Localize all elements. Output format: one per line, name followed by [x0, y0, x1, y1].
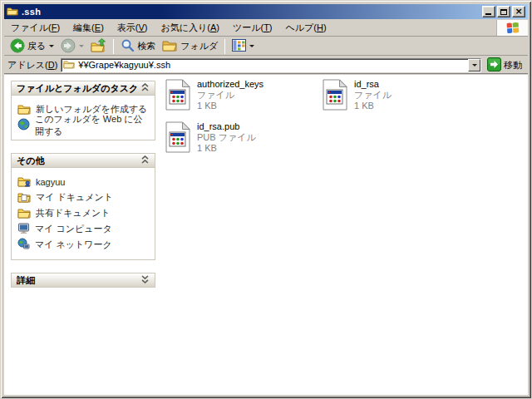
file-type: PUB ファイル — [197, 132, 256, 143]
file-tile[interactable]: id_rsa.pub PUB ファイル 1 KB — [164, 120, 321, 161]
chevron-up-icon — [140, 155, 150, 165]
toolbar: 戻る — [4, 37, 528, 56]
folders-button[interactable]: フォルダ — [160, 38, 220, 55]
address-input[interactable]: ¥¥Grape¥kagyuu¥.ssh — [61, 58, 481, 72]
panel-header-other-places[interactable]: その他 — [11, 153, 155, 168]
sidebar-item-label: このフォルダを Web に公開する — [35, 113, 151, 138]
views-icon — [232, 39, 246, 53]
sidebar-item-共有ドキュメント[interactable]: 共有ドキュメント — [17, 205, 151, 221]
explorer-window: .ssh × ファイル(F)編集(E)表示(V)お気に入り(A)ツール(T)ヘル… — [0, 0, 532, 399]
panel-title: ファイルとフォルダのタスク — [17, 82, 138, 95]
sidebar-item-label: マイ コンピュータ — [35, 223, 112, 235]
menu-item-0[interactable]: ファイル(F) — [4, 21, 66, 34]
sidebar-item-マイ コンピュータ[interactable]: マイ コンピュータ — [17, 221, 151, 237]
sidebar-item-このフォルダを Web に公開する[interactable]: このフォルダを Web に公開する — [17, 117, 151, 133]
my-documents-icon — [17, 191, 31, 204]
folders-icon — [162, 39, 178, 54]
close-button[interactable]: × — [512, 6, 525, 17]
file-name: id_rsa.pub — [197, 121, 256, 132]
file-size: 1 KB — [197, 143, 256, 154]
my-network-icon — [17, 238, 30, 252]
sidebar-item-マイ ネットワーク[interactable]: マイ ネットワーク — [17, 237, 151, 253]
address-folder-icon — [63, 59, 75, 71]
panel-body-other-places: kagyuuマイ ドキュメント共有ドキュメントマイ コンピュータマイ ネットワー… — [11, 168, 155, 260]
panel-header-details[interactable]: 詳細 — [11, 273, 155, 288]
panel-header-file-folder-tasks[interactable]: ファイルとフォルダのタスク — [11, 81, 155, 96]
search-icon — [121, 38, 135, 54]
go-label: 移動 — [504, 59, 522, 71]
sidebar-item-label: マイ ネットワーク — [35, 239, 112, 251]
address-value: ¥¥Grape¥kagyuu¥.ssh — [78, 60, 468, 70]
panel-title: 詳細 — [17, 274, 35, 287]
windows-logo-icon — [496, 20, 528, 36]
go-button[interactable]: 移動 — [485, 57, 525, 73]
views-button[interactable] — [229, 38, 257, 55]
up-button[interactable] — [88, 38, 109, 55]
file-name: id_rsa — [354, 79, 392, 90]
panel-other-places: その他 kagyuuマイ ドキュメント共有ドキュメントマイ コンピュータマイ ネ… — [11, 153, 155, 260]
folder-icon — [7, 6, 18, 17]
menu-items: ファイル(F)編集(E)表示(V)お気に入り(A)ツール(T)ヘルプ(H) — [4, 22, 333, 34]
task-pane: ファイルとフォルダのタスク 新しいフォルダを作成するこのフォルダを Web に公… — [11, 81, 155, 300]
file-type: ファイル — [354, 90, 392, 101]
search-button[interactable]: 検索 — [118, 38, 158, 55]
file-size: 1 KB — [354, 101, 392, 111]
panel-title: その他 — [17, 155, 45, 167]
new-folder-icon — [17, 103, 31, 116]
generic-file-icon — [165, 121, 192, 161]
sidebar-item-kagyuu[interactable]: kagyuu — [17, 174, 151, 190]
forward-button[interactable] — [58, 38, 86, 55]
panel-file-folder-tasks: ファイルとフォルダのタスク 新しいフォルダを作成するこのフォルダを Web に公… — [11, 81, 155, 140]
address-bar: アドレス(D) ¥¥Grape¥kagyuu¥.ssh 移動 — [4, 57, 528, 74]
file-name: authorized_keys — [197, 79, 264, 90]
toolbar-separator — [224, 39, 225, 54]
window-title: .ssh — [22, 7, 482, 17]
file-tile[interactable]: authorized_keys ファイル 1 KB — [164, 77, 321, 119]
panel-details: 詳細 — [11, 273, 155, 288]
sidebar-item-label: 共有ドキュメント — [36, 207, 111, 219]
back-icon — [10, 38, 25, 55]
go-icon — [487, 57, 501, 73]
menu-item-2[interactable]: 表示(V) — [111, 21, 155, 34]
search-label: 検索 — [137, 40, 155, 52]
sidebar-item-label: マイ ドキュメント — [36, 191, 113, 204]
menu-bar: ファイル(F)編集(E)表示(V)お気に入り(A)ツール(T)ヘルプ(H) — [4, 20, 528, 37]
back-label: 戻る — [27, 40, 46, 52]
sidebar-item-label: kagyuu — [36, 177, 65, 187]
menu-item-3[interactable]: お気に入り(A) — [154, 21, 225, 34]
file-type: ファイル — [197, 90, 264, 101]
menu-item-1[interactable]: 編集(E) — [66, 21, 111, 34]
menu-item-4[interactable]: ツール(T) — [226, 21, 279, 34]
menu-item-5[interactable]: ヘルプ(H) — [279, 21, 333, 34]
shared-documents-icon — [17, 207, 31, 220]
folders-label: フォルダ — [180, 40, 218, 52]
file-size: 1 KB — [197, 101, 264, 111]
folder-content-area[interactable]: ファイルとフォルダのタスク 新しいフォルダを作成するこのフォルダを Web に公… — [4, 75, 528, 395]
minimize-button[interactable] — [482, 6, 495, 17]
maximize-button[interactable] — [497, 6, 510, 17]
generic-file-icon — [323, 79, 349, 119]
forward-dropdown-icon[interactable] — [79, 45, 84, 47]
sidebar-item-マイ ドキュメント[interactable]: マイ ドキュメント — [17, 190, 151, 205]
user-share-folder-icon — [17, 175, 31, 189]
chevron-down-icon — [140, 275, 150, 285]
title-bar[interactable]: .ssh × — [4, 4, 528, 19]
forward-icon — [61, 38, 76, 55]
views-dropdown-icon[interactable] — [249, 45, 254, 47]
chevron-up-icon — [140, 83, 150, 93]
back-dropdown-icon[interactable] — [49, 45, 54, 47]
address-dropdown-button[interactable] — [468, 59, 480, 71]
panel-body-file-folder-tasks: 新しいフォルダを作成するこのフォルダを Web に公開する — [11, 96, 155, 140]
my-computer-icon — [17, 222, 30, 236]
generic-file-icon — [165, 79, 192, 119]
file-list: authorized_keys ファイル 1 KB id_rsa ファイル 1 … — [164, 77, 513, 162]
toolbar-separator — [113, 39, 114, 54]
file-tile[interactable]: id_rsa ファイル 1 KB — [321, 77, 478, 119]
up-folder-icon — [91, 38, 106, 55]
web-publish-icon — [17, 118, 30, 132]
address-label: アドレス(D) — [7, 59, 57, 71]
back-button[interactable]: 戻る — [7, 38, 57, 55]
